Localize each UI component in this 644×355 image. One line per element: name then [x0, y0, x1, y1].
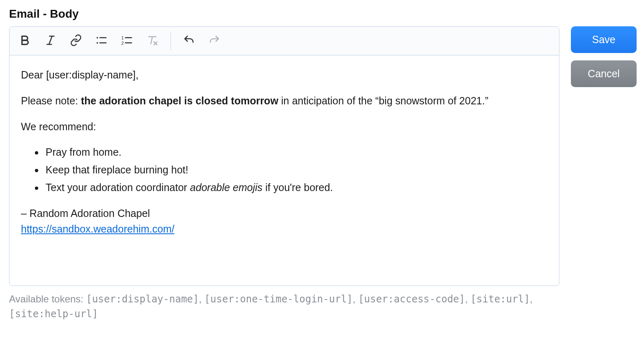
list-item: Keep that fireplace burning hot!	[44, 162, 547, 178]
rich-text-editor: 12	[9, 26, 559, 286]
bullet-list-button[interactable]	[92, 31, 111, 51]
italic-icon	[44, 34, 57, 48]
paragraph-1: Please note: the adoration chapel is clo…	[21, 93, 547, 109]
toolbar-separator	[170, 32, 171, 51]
svg-text:2: 2	[121, 41, 124, 46]
list-item: Pray from home.	[44, 144, 547, 160]
signoff: – Random Adoration Chapel https://sandbo…	[21, 205, 547, 237]
save-button[interactable]: Save	[571, 26, 637, 53]
bullet-list-icon	[95, 34, 108, 48]
email-body-textarea[interactable]: Dear [user:display-name], Please note: t…	[9, 55, 559, 286]
signoff-link[interactable]: https://sandbox.weadorehim.com/	[21, 223, 175, 235]
link-icon	[70, 34, 82, 48]
link-button[interactable]	[66, 31, 86, 51]
action-buttons: Save Cancel	[571, 26, 637, 87]
svg-line-12	[151, 37, 152, 44]
undo-icon	[183, 34, 195, 48]
clear-formatting-button[interactable]	[143, 31, 162, 51]
cancel-button[interactable]: Cancel	[571, 60, 637, 87]
list-item: Text your adoration coordinator adorable…	[44, 180, 547, 196]
undo-button[interactable]	[179, 31, 199, 51]
svg-text:1: 1	[121, 35, 124, 40]
svg-point-4	[97, 42, 98, 44]
paragraph-2: We recommend:	[21, 119, 547, 135]
redo-icon	[208, 34, 221, 48]
redo-button[interactable]	[205, 31, 224, 51]
editor-toolbar: 12	[9, 27, 559, 55]
clear-formatting-icon	[146, 34, 159, 48]
svg-point-3	[97, 37, 98, 38]
numbered-list-icon: 12	[121, 34, 133, 48]
bold-icon	[19, 34, 31, 48]
svg-line-2	[49, 36, 52, 44]
recommendation-list: Pray from home. Keep that fireplace burn…	[21, 144, 547, 195]
section-heading: Email - Body	[9, 7, 635, 21]
numbered-list-button[interactable]: 12	[117, 31, 137, 51]
bold-button[interactable]	[15, 31, 35, 51]
italic-button[interactable]	[41, 31, 60, 51]
greeting-line: Dear [user:display-name],	[21, 67, 547, 83]
available-tokens-hint: Available tokens: [user:display-name], […	[9, 292, 559, 321]
